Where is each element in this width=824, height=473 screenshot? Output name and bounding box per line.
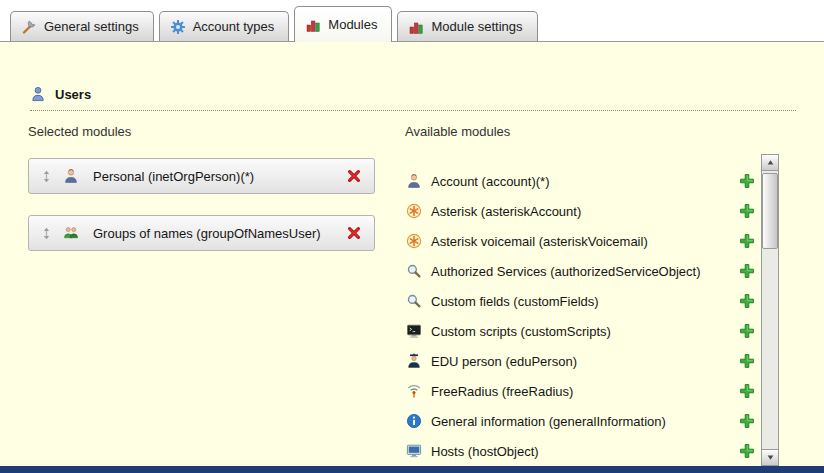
add-module-button[interactable] (737, 201, 757, 221)
available-module-row-asterisk: Asterisk (asteriskAccount) (406, 196, 757, 226)
remove-module-button[interactable] (344, 166, 364, 186)
modules-icon (305, 17, 321, 33)
tab-modules-label: Modules (328, 17, 377, 32)
available-module-row-freeradius: FreeRadius (freeRadius) (406, 376, 757, 406)
tab-bar: General settings Account types Modules M… (0, 0, 824, 41)
host-icon (406, 443, 422, 459)
bottom-divider-bar (0, 466, 824, 473)
tools-icon (21, 19, 37, 35)
info-icon (406, 413, 422, 429)
available-module-label: Authorized Services (authorizedServiceOb… (431, 264, 728, 279)
add-module-button[interactable] (737, 381, 757, 401)
scrollbar-thumb[interactable] (762, 173, 778, 249)
arrow-up-icon (766, 158, 775, 167)
selected-module-row-personal: Personal (inetOrgPerson)(*) (28, 158, 375, 194)
available-module-label: Hosts (hostObject) (431, 444, 728, 459)
available-module-row-authorized-services: Authorized Services (authorizedServiceOb… (406, 256, 757, 286)
tab-modules[interactable]: Modules (294, 6, 392, 42)
scrollbar-track[interactable] (762, 171, 778, 449)
edu-person-icon (406, 353, 422, 369)
tab-module-settings-label: Module settings (431, 19, 522, 34)
available-module-row-edu-person: EDU person (eduPerson) (406, 346, 757, 376)
available-module-label: General information (generalInformation) (431, 414, 728, 429)
modules-icon (408, 19, 424, 35)
add-module-button[interactable] (737, 321, 757, 341)
available-module-row-general-information: General information (generalInformation) (406, 406, 757, 436)
gear-icon (170, 19, 186, 35)
available-module-row-account: Account (account)(*) (406, 166, 757, 196)
available-module-label: FreeRadius (freeRadius) (431, 384, 728, 399)
sort-handle-icon[interactable] (39, 223, 53, 243)
selected-modules-list: Personal (inetOrgPerson)(*) Groups of na… (28, 158, 375, 251)
terminal-icon (406, 323, 422, 339)
users-section-title: Users (55, 87, 91, 102)
users-section-heading: Users (30, 86, 796, 111)
add-module-button[interactable] (737, 231, 757, 251)
tab-account-types[interactable]: Account types (159, 11, 290, 41)
available-module-label: EDU person (eduPerson) (431, 354, 728, 369)
asterisk-icon (406, 203, 422, 219)
remove-module-button[interactable] (344, 223, 364, 243)
tab-account-types-label: Account types (193, 19, 275, 34)
magnifier-icon (406, 263, 422, 279)
available-module-label: Custom fields (customFields) (431, 294, 728, 309)
add-module-button[interactable] (737, 291, 757, 311)
selected-module-row-groups: Groups of names (groupOfNamesUser) (28, 215, 375, 251)
person-icon (63, 168, 79, 184)
sort-handle-icon[interactable] (39, 166, 53, 186)
available-modules-list: Account (account)(*) Asterisk (asteriskA… (406, 166, 757, 466)
add-module-button[interactable] (737, 351, 757, 371)
add-module-button[interactable] (737, 171, 757, 191)
arrow-down-icon (766, 453, 775, 462)
selected-modules-heading: Selected modules (28, 124, 131, 139)
available-modules-scrollbar (761, 154, 779, 466)
available-module-label: Account (account)(*) (431, 174, 728, 189)
add-module-button[interactable] (737, 441, 757, 461)
available-module-label: Custom scripts (customScripts) (431, 324, 728, 339)
add-module-button[interactable] (737, 411, 757, 431)
available-module-row-custom-scripts: Custom scripts (customScripts) (406, 316, 757, 346)
group-icon (63, 225, 79, 241)
tab-general-settings-label: General settings (44, 19, 139, 34)
available-module-row-asterisk-voicemail: Asterisk voicemail (asteriskVoicemail) (406, 226, 757, 256)
scroll-down-button[interactable] (762, 449, 778, 465)
available-module-row-hosts: Hosts (hostObject) (406, 436, 757, 466)
tab-module-settings[interactable]: Module settings (397, 11, 537, 41)
user-icon (30, 86, 46, 102)
modules-panel: Users Selected modules Available modules… (0, 41, 824, 466)
asterisk-icon (406, 233, 422, 249)
person-icon (406, 173, 422, 189)
available-modules-heading: Available modules (405, 124, 510, 139)
add-module-button[interactable] (737, 261, 757, 281)
scroll-up-button[interactable] (762, 155, 778, 171)
magnifier-icon (406, 293, 422, 309)
selected-module-label: Groups of names (groupOfNamesUser) (89, 226, 334, 241)
radius-icon (406, 383, 422, 399)
available-module-label: Asterisk (asteriskAccount) (431, 204, 728, 219)
tab-general-settings[interactable]: General settings (10, 11, 154, 41)
available-module-row-custom-fields: Custom fields (customFields) (406, 286, 757, 316)
selected-module-label: Personal (inetOrgPerson)(*) (89, 169, 334, 184)
available-module-label: Asterisk voicemail (asteriskVoicemail) (431, 234, 728, 249)
